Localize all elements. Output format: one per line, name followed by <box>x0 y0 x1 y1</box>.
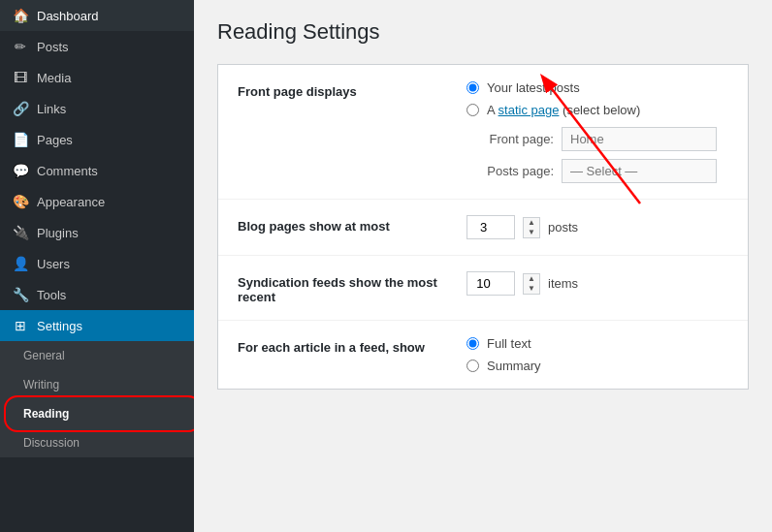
spinner-up-2[interactable]: ▲ <box>524 274 539 284</box>
radio-summary-item[interactable]: Summary <box>466 359 728 373</box>
radio-static-page-label: A static page (select below) <box>487 103 640 117</box>
front-page-label: Front page displays <box>238 80 451 99</box>
radio-summary-label: Summary <box>487 359 541 373</box>
appearance-icon: 🎨 <box>12 194 29 209</box>
front-page-sub-row: Front page: <box>466 127 728 151</box>
spinner-down[interactable]: ▼ <box>524 228 539 237</box>
syndication-spinner: ▲ ▼ <box>523 273 540 295</box>
sidebar-item-dashboard[interactable]: 🏠 Dashboard <box>0 0 194 31</box>
sidebar-item-label: Settings <box>37 319 182 333</box>
syndication-row: Syndication feeds show the most recent ▲… <box>218 256 748 321</box>
sidebar-item-label: Posts <box>37 40 182 54</box>
front-page-input[interactable] <box>562 127 717 151</box>
sub-fields: Front page: Posts page: <box>466 127 728 183</box>
sidebar-item-label: Appearance <box>37 195 182 209</box>
main-content: Reading Settings Front page displays You… <box>194 0 772 532</box>
blog-pages-unit: posts <box>548 220 578 235</box>
radio-latest-posts-item[interactable]: Your latest posts <box>466 80 728 95</box>
dashboard-icon: 🏠 <box>12 8 29 23</box>
blog-pages-row: Blog pages show at most ▲ ▼ posts <box>218 200 748 256</box>
submenu-label: Discussion <box>23 436 182 450</box>
sidebar-item-label: Comments <box>37 164 182 178</box>
syndication-unit: items <box>548 276 578 291</box>
submenu-item-writing[interactable]: Writing <box>0 370 194 399</box>
submenu-label: General <box>23 349 182 362</box>
sidebar-item-media[interactable]: 🎞 Media <box>0 62 194 93</box>
sidebar-item-posts[interactable]: ✏ Posts <box>0 31 194 62</box>
submenu-label: Writing <box>23 378 182 391</box>
blog-pages-spinner: ▲ ▼ <box>523 217 540 238</box>
syndication-input[interactable] <box>466 271 515 296</box>
posts-page-sub-label: Posts page: <box>466 164 554 178</box>
sidebar-item-users[interactable]: 👤 Users <box>0 248 194 279</box>
sidebar-item-label: Users <box>37 257 182 271</box>
sidebar-item-label: Tools <box>37 288 182 302</box>
front-page-control: Your latest posts A static page (select … <box>466 80 728 183</box>
sidebar-item-label: Media <box>37 71 182 85</box>
settings-icon: ⊞ <box>12 318 29 333</box>
article-feed-row: For each article in a feed, show Full te… <box>218 321 748 389</box>
settings-submenu: General Writing Reading Discussion <box>0 341 194 457</box>
blog-pages-input[interactable] <box>466 215 515 239</box>
posts-page-sub-row: Posts page: <box>466 159 728 183</box>
syndication-control: ▲ ▼ items <box>466 271 728 296</box>
sidebar-item-label: Plugins <box>37 226 182 240</box>
links-icon: 🔗 <box>12 101 29 116</box>
sidebar-item-pages[interactable]: 📄 Pages <box>0 124 194 155</box>
page-title: Reading Settings <box>217 19 749 45</box>
tools-icon: 🔧 <box>12 287 29 302</box>
submenu-item-general[interactable]: General <box>0 341 194 370</box>
radio-full-text[interactable] <box>466 337 479 350</box>
blog-pages-label: Blog pages show at most <box>238 215 451 234</box>
submenu-item-discussion[interactable]: Discussion <box>0 428 194 457</box>
pages-icon: 📄 <box>12 132 29 147</box>
syndication-label: Syndication feeds show the most recent <box>238 271 451 304</box>
sidebar-item-appearance[interactable]: 🎨 Appearance <box>0 186 194 217</box>
spinner-up[interactable]: ▲ <box>524 218 539 228</box>
article-feed-radio-group: Full text Summary <box>466 336 728 373</box>
radio-full-text-item[interactable]: Full text <box>466 336 728 351</box>
users-icon: 👤 <box>12 256 29 271</box>
sidebar: 🏠 Dashboard ✏ Posts 🎞 Media 🔗 Links 📄 Pa… <box>0 0 194 532</box>
radio-summary[interactable] <box>466 360 479 372</box>
sidebar-item-links[interactable]: 🔗 Links <box>0 93 194 124</box>
blog-pages-control: ▲ ▼ posts <box>466 215 728 239</box>
radio-latest-posts-label: Your latest posts <box>487 80 580 95</box>
plugins-icon: 🔌 <box>12 225 29 240</box>
posts-page-input[interactable] <box>562 159 717 183</box>
sidebar-item-label: Links <box>37 102 182 116</box>
media-icon: 🎞 <box>12 70 29 85</box>
submenu-label: Reading <box>23 407 182 421</box>
spinner-down-2[interactable]: ▼ <box>524 284 539 294</box>
reading-settings-form: Front page displays Your latest posts A … <box>217 64 749 390</box>
sidebar-item-label: Pages <box>37 133 182 147</box>
front-page-row: Front page displays Your latest posts A … <box>218 65 748 200</box>
comments-icon: 💬 <box>12 163 29 178</box>
submenu-item-reading[interactable]: Reading <box>0 399 194 428</box>
radio-static-page[interactable] <box>466 104 479 116</box>
sidebar-item-tools[interactable]: 🔧 Tools <box>0 279 194 310</box>
sidebar-item-comments[interactable]: 💬 Comments <box>0 155 194 186</box>
sidebar-item-plugins[interactable]: 🔌 Plugins <box>0 217 194 248</box>
posts-icon: ✏ <box>12 39 29 54</box>
article-feed-label: For each article in a feed, show <box>238 336 451 355</box>
radio-latest-posts[interactable] <box>466 81 479 94</box>
static-page-link[interactable]: static page <box>499 103 560 117</box>
sidebar-item-label: Dashboard <box>37 9 182 23</box>
article-feed-control: Full text Summary <box>466 336 728 373</box>
front-page-radio-group: Your latest posts A static page (select … <box>466 80 728 117</box>
radio-static-page-item[interactable]: A static page (select below) <box>466 103 728 117</box>
front-page-sub-label: Front page: <box>466 132 554 146</box>
radio-full-text-label: Full text <box>487 336 531 351</box>
sidebar-item-settings[interactable]: ⊞ Settings <box>0 310 194 341</box>
